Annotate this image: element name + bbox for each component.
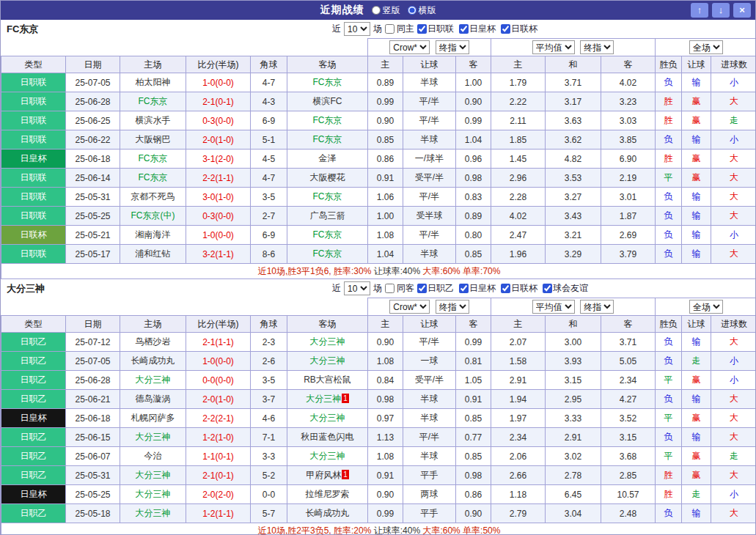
- move-up-button[interactable]: ↑: [691, 3, 708, 18]
- team-name: 大分三神: [1, 282, 45, 295]
- home-team: 今治: [120, 447, 186, 466]
- col-avg-away: 客: [601, 316, 656, 333]
- odds-kind-select[interactable]: 终指: [436, 40, 469, 54]
- result-handicap: 输: [682, 130, 711, 150]
- handicap-home-odds: 1.08: [368, 226, 403, 245]
- league-checkbox[interactable]: [459, 24, 469, 34]
- match-date: 25-06-22: [66, 130, 120, 150]
- same-side-checkbox[interactable]: [385, 284, 394, 293]
- avg-away-odds: 3.71: [601, 333, 656, 352]
- result-goals: 大: [711, 428, 756, 447]
- score: 0-3(0-0): [186, 207, 251, 226]
- summary-segment: 大率:60%: [420, 266, 460, 276]
- col-away: 客场: [287, 316, 368, 333]
- move-down-button[interactable]: ↓: [712, 3, 730, 18]
- away-team: FC东京: [287, 73, 368, 92]
- vertical-radio[interactable]: [372, 6, 381, 15]
- avg-draw-odds: 3.93: [546, 352, 601, 371]
- result-handicap: 走: [682, 352, 711, 371]
- avg-away-odds: 4.27: [601, 390, 656, 409]
- scope-select[interactable]: 全场: [689, 300, 723, 314]
- avg-away-odds: 6.90: [601, 150, 656, 169]
- league-filter[interactable]: 日联杯: [501, 23, 537, 35]
- match-row: 日职联25-07-05柏太阳神1-0(0-0)4-7FC东京0.89半球1.00…: [1, 73, 756, 92]
- match-row: 日皇杯25-06-18FC东京3-1(2-0)4-5金泽0.86一/球半0.96…: [1, 150, 756, 169]
- result-handicap: 输: [682, 504, 711, 523]
- odds-company-select[interactable]: Crow*: [389, 300, 430, 314]
- column-header-row: 类型 日期 主场 比分(半场) 角球 客场 主 让球 客 主 和 客 胜负 让球…: [1, 56, 756, 73]
- match-row: 日职联25-06-14FC东京2-2(1-1)4-7大阪樱花0.91受平/半0.…: [1, 169, 756, 188]
- layout-vertical-option[interactable]: 竖版: [372, 4, 400, 17]
- league-filter[interactable]: 日职乙: [417, 282, 454, 295]
- odds-company-select[interactable]: Crow*: [389, 40, 430, 54]
- league-filter[interactable]: 球会友谊: [543, 282, 588, 295]
- scope-select[interactable]: 全场: [689, 40, 723, 54]
- avg-company-select[interactable]: 平均值: [532, 300, 575, 314]
- league-checkbox[interactable]: [417, 24, 427, 34]
- match-count-select[interactable]: 10: [344, 281, 370, 295]
- league-type-badge: 日职联: [1, 188, 66, 207]
- avg-draw-odds: 2.91: [546, 428, 601, 447]
- league-checkbox[interactable]: [459, 284, 469, 293]
- league-filter[interactable]: 日联杯: [501, 282, 537, 295]
- corner-score: 4-7: [251, 169, 287, 188]
- league-filter[interactable]: 日皇杯: [459, 282, 496, 295]
- avg-company-select[interactable]: 平均值: [532, 40, 575, 54]
- match-row: 日职乙25-06-21德岛漩涡2-0(1-0)3-7大分三神10.98半球0.9…: [1, 390, 756, 409]
- result-goals: 大: [711, 150, 756, 169]
- team-label: 大分三神: [310, 451, 345, 461]
- avg-draw-odds: 3.00: [546, 333, 601, 352]
- result-goals: 大: [711, 245, 756, 264]
- team-label: FC东京: [139, 172, 168, 182]
- result-wdl: 平: [656, 371, 682, 390]
- close-button[interactable]: ×: [733, 3, 751, 18]
- same-side-checkbox[interactable]: [385, 24, 394, 34]
- team-label: 京都不死鸟: [131, 191, 175, 202]
- score: 2-2(1-1): [186, 169, 251, 188]
- result-wdl: 负: [656, 73, 682, 92]
- match-row: 日职乙25-07-05长崎成功丸1-0(0-0)2-6大分三神1.08一球0.8…: [1, 352, 756, 371]
- horizontal-radio[interactable]: [408, 6, 416, 15]
- match-count-select[interactable]: 10: [344, 22, 370, 36]
- handicap-away-odds: 0.99: [456, 333, 491, 352]
- avg-kind-select[interactable]: 终指: [580, 300, 614, 314]
- avg-kind-select[interactable]: 终指: [580, 40, 614, 54]
- league-filter[interactable]: 日职联: [417, 23, 454, 35]
- result-handicap: 输: [682, 333, 711, 352]
- league-checkbox[interactable]: [417, 284, 427, 293]
- handicap-line: 半球: [403, 73, 456, 92]
- corner-score: 5-2: [251, 466, 287, 485]
- avg-away-odds: 10.57: [601, 485, 656, 504]
- score: 3-0(1-0): [186, 188, 251, 207]
- league-filter[interactable]: 日皇杯: [459, 23, 496, 35]
- team-label: 大阪钢巴: [136, 134, 171, 144]
- team-label: FC东京: [313, 134, 342, 144]
- away-team: FC东京: [287, 188, 368, 207]
- league-checkbox[interactable]: [501, 284, 510, 293]
- result-goals: 走: [711, 111, 756, 130]
- result-wdl: 负: [656, 188, 682, 207]
- avg-odds-controls: 平均值 终指: [491, 298, 656, 316]
- league-checkbox[interactable]: [501, 24, 510, 34]
- handicap-line: 平手: [403, 504, 456, 523]
- result-handicap: 输: [682, 226, 711, 245]
- layout-horizontal-option[interactable]: 横版: [408, 4, 436, 17]
- result-goals: 大: [711, 504, 756, 523]
- summary-row: 近10场,胜3平1负6, 胜率:30% 让球率:40% 大率:60% 单率:70…: [1, 264, 756, 279]
- team-label: FC东京: [313, 248, 342, 259]
- league-checkbox[interactable]: [543, 284, 552, 293]
- team-label: 拉维尼罗索: [306, 489, 350, 499]
- blank-cell: [1, 298, 368, 316]
- result-handicap: 输: [682, 207, 711, 226]
- away-team: 大分三神: [287, 409, 368, 428]
- odds-kind-select[interactable]: 终指: [436, 300, 469, 314]
- col-type: 类型: [1, 56, 66, 73]
- same-side-filter[interactable]: 同客: [385, 282, 414, 295]
- team-label: 湘南海洋: [136, 229, 171, 240]
- col-away: 客场: [287, 56, 368, 73]
- col-handicap-result: 让球: [682, 56, 711, 73]
- team-label: 横滨FC: [313, 96, 342, 106]
- blank-cell: [1, 39, 368, 56]
- match-date: 25-06-28: [66, 92, 120, 111]
- same-side-filter[interactable]: 同主: [385, 23, 414, 35]
